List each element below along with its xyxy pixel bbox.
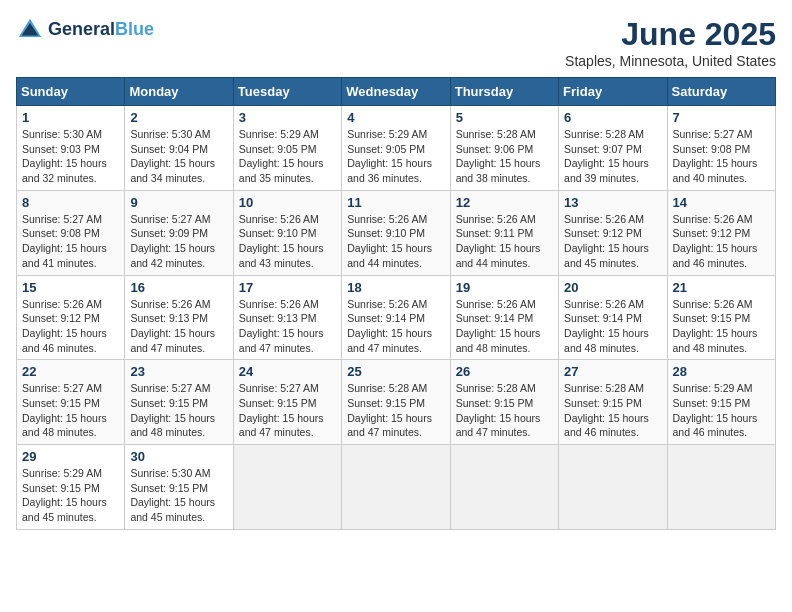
table-cell: 8 Sunrise: 5:27 AM Sunset: 9:08 PM Dayli… <box>17 190 125 275</box>
table-cell: 11 Sunrise: 5:26 AM Sunset: 9:10 PM Dayl… <box>342 190 450 275</box>
day-number: 24 <box>239 364 336 379</box>
day-number: 15 <box>22 280 119 295</box>
day-number: 3 <box>239 110 336 125</box>
day-info: Sunrise: 5:26 AM Sunset: 9:10 PM Dayligh… <box>239 212 336 271</box>
day-info: Sunrise: 5:26 AM Sunset: 9:14 PM Dayligh… <box>347 297 444 356</box>
day-number: 6 <box>564 110 661 125</box>
calendar-table: Sunday Monday Tuesday Wednesday Thursday… <box>16 77 776 530</box>
table-cell: 5 Sunrise: 5:28 AM Sunset: 9:06 PM Dayli… <box>450 106 558 191</box>
table-cell: 22 Sunrise: 5:27 AM Sunset: 9:15 PM Dayl… <box>17 360 125 445</box>
table-cell: 18 Sunrise: 5:26 AM Sunset: 9:14 PM Dayl… <box>342 275 450 360</box>
day-info: Sunrise: 5:27 AM Sunset: 9:09 PM Dayligh… <box>130 212 227 271</box>
day-number: 17 <box>239 280 336 295</box>
day-info: Sunrise: 5:28 AM Sunset: 9:07 PM Dayligh… <box>564 127 661 186</box>
logo-text: GeneralBlue <box>48 20 154 40</box>
day-info: Sunrise: 5:26 AM Sunset: 9:12 PM Dayligh… <box>22 297 119 356</box>
day-info: Sunrise: 5:27 AM Sunset: 9:15 PM Dayligh… <box>130 381 227 440</box>
table-cell: 14 Sunrise: 5:26 AM Sunset: 9:12 PM Dayl… <box>667 190 775 275</box>
table-cell: 3 Sunrise: 5:29 AM Sunset: 9:05 PM Dayli… <box>233 106 341 191</box>
table-cell: 28 Sunrise: 5:29 AM Sunset: 9:15 PM Dayl… <box>667 360 775 445</box>
day-info: Sunrise: 5:27 AM Sunset: 9:15 PM Dayligh… <box>239 381 336 440</box>
day-info: Sunrise: 5:26 AM Sunset: 9:14 PM Dayligh… <box>564 297 661 356</box>
day-number: 23 <box>130 364 227 379</box>
day-info: Sunrise: 5:26 AM Sunset: 9:12 PM Dayligh… <box>564 212 661 271</box>
table-cell: 2 Sunrise: 5:30 AM Sunset: 9:04 PM Dayli… <box>125 106 233 191</box>
day-info: Sunrise: 5:29 AM Sunset: 9:15 PM Dayligh… <box>673 381 770 440</box>
day-number: 14 <box>673 195 770 210</box>
table-cell <box>559 445 667 530</box>
day-number: 2 <box>130 110 227 125</box>
table-cell: 17 Sunrise: 5:26 AM Sunset: 9:13 PM Dayl… <box>233 275 341 360</box>
day-number: 25 <box>347 364 444 379</box>
table-cell: 24 Sunrise: 5:27 AM Sunset: 9:15 PM Dayl… <box>233 360 341 445</box>
day-number: 22 <box>22 364 119 379</box>
table-cell: 7 Sunrise: 5:27 AM Sunset: 9:08 PM Dayli… <box>667 106 775 191</box>
table-cell: 23 Sunrise: 5:27 AM Sunset: 9:15 PM Dayl… <box>125 360 233 445</box>
day-number: 1 <box>22 110 119 125</box>
table-cell <box>450 445 558 530</box>
day-info: Sunrise: 5:29 AM Sunset: 9:05 PM Dayligh… <box>239 127 336 186</box>
day-number: 10 <box>239 195 336 210</box>
day-number: 5 <box>456 110 553 125</box>
col-wednesday: Wednesday <box>342 78 450 106</box>
day-number: 29 <box>22 449 119 464</box>
day-info: Sunrise: 5:28 AM Sunset: 9:06 PM Dayligh… <box>456 127 553 186</box>
day-info: Sunrise: 5:28 AM Sunset: 9:15 PM Dayligh… <box>564 381 661 440</box>
calendar-header-row: Sunday Monday Tuesday Wednesday Thursday… <box>17 78 776 106</box>
col-friday: Friday <box>559 78 667 106</box>
day-number: 9 <box>130 195 227 210</box>
table-cell: 15 Sunrise: 5:26 AM Sunset: 9:12 PM Dayl… <box>17 275 125 360</box>
title-area: June 2025 Staples, Minnesota, United Sta… <box>565 16 776 69</box>
day-number: 26 <box>456 364 553 379</box>
col-sunday: Sunday <box>17 78 125 106</box>
table-cell: 13 Sunrise: 5:26 AM Sunset: 9:12 PM Dayl… <box>559 190 667 275</box>
day-info: Sunrise: 5:28 AM Sunset: 9:15 PM Dayligh… <box>456 381 553 440</box>
table-cell <box>342 445 450 530</box>
table-cell: 20 Sunrise: 5:26 AM Sunset: 9:14 PM Dayl… <box>559 275 667 360</box>
day-number: 8 <box>22 195 119 210</box>
table-cell: 26 Sunrise: 5:28 AM Sunset: 9:15 PM Dayl… <box>450 360 558 445</box>
table-cell: 1 Sunrise: 5:30 AM Sunset: 9:03 PM Dayli… <box>17 106 125 191</box>
col-saturday: Saturday <box>667 78 775 106</box>
day-info: Sunrise: 5:29 AM Sunset: 9:05 PM Dayligh… <box>347 127 444 186</box>
day-info: Sunrise: 5:26 AM Sunset: 9:10 PM Dayligh… <box>347 212 444 271</box>
day-number: 30 <box>130 449 227 464</box>
table-cell: 30 Sunrise: 5:30 AM Sunset: 9:15 PM Dayl… <box>125 445 233 530</box>
table-cell: 10 Sunrise: 5:26 AM Sunset: 9:10 PM Dayl… <box>233 190 341 275</box>
day-number: 18 <box>347 280 444 295</box>
day-info: Sunrise: 5:26 AM Sunset: 9:13 PM Dayligh… <box>130 297 227 356</box>
day-info: Sunrise: 5:27 AM Sunset: 9:08 PM Dayligh… <box>22 212 119 271</box>
day-info: Sunrise: 5:30 AM Sunset: 9:04 PM Dayligh… <box>130 127 227 186</box>
day-number: 7 <box>673 110 770 125</box>
table-cell: 16 Sunrise: 5:26 AM Sunset: 9:13 PM Dayl… <box>125 275 233 360</box>
header: GeneralBlue June 2025 Staples, Minnesota… <box>16 16 776 69</box>
day-info: Sunrise: 5:28 AM Sunset: 9:15 PM Dayligh… <box>347 381 444 440</box>
logo: GeneralBlue <box>16 16 154 44</box>
day-number: 13 <box>564 195 661 210</box>
table-cell <box>667 445 775 530</box>
day-number: 21 <box>673 280 770 295</box>
day-number: 27 <box>564 364 661 379</box>
main-title: June 2025 <box>565 16 776 53</box>
day-number: 12 <box>456 195 553 210</box>
table-cell <box>233 445 341 530</box>
table-cell: 12 Sunrise: 5:26 AM Sunset: 9:11 PM Dayl… <box>450 190 558 275</box>
day-info: Sunrise: 5:27 AM Sunset: 9:08 PM Dayligh… <box>673 127 770 186</box>
day-info: Sunrise: 5:26 AM Sunset: 9:11 PM Dayligh… <box>456 212 553 271</box>
day-info: Sunrise: 5:26 AM Sunset: 9:15 PM Dayligh… <box>673 297 770 356</box>
col-tuesday: Tuesday <box>233 78 341 106</box>
day-info: Sunrise: 5:29 AM Sunset: 9:15 PM Dayligh… <box>22 466 119 525</box>
table-cell: 19 Sunrise: 5:26 AM Sunset: 9:14 PM Dayl… <box>450 275 558 360</box>
day-number: 11 <box>347 195 444 210</box>
day-info: Sunrise: 5:26 AM Sunset: 9:14 PM Dayligh… <box>456 297 553 356</box>
table-cell: 29 Sunrise: 5:29 AM Sunset: 9:15 PM Dayl… <box>17 445 125 530</box>
day-info: Sunrise: 5:27 AM Sunset: 9:15 PM Dayligh… <box>22 381 119 440</box>
day-info: Sunrise: 5:30 AM Sunset: 9:03 PM Dayligh… <box>22 127 119 186</box>
col-monday: Monday <box>125 78 233 106</box>
table-cell: 6 Sunrise: 5:28 AM Sunset: 9:07 PM Dayli… <box>559 106 667 191</box>
day-number: 16 <box>130 280 227 295</box>
day-info: Sunrise: 5:26 AM Sunset: 9:13 PM Dayligh… <box>239 297 336 356</box>
day-number: 19 <box>456 280 553 295</box>
table-cell: 27 Sunrise: 5:28 AM Sunset: 9:15 PM Dayl… <box>559 360 667 445</box>
day-number: 4 <box>347 110 444 125</box>
